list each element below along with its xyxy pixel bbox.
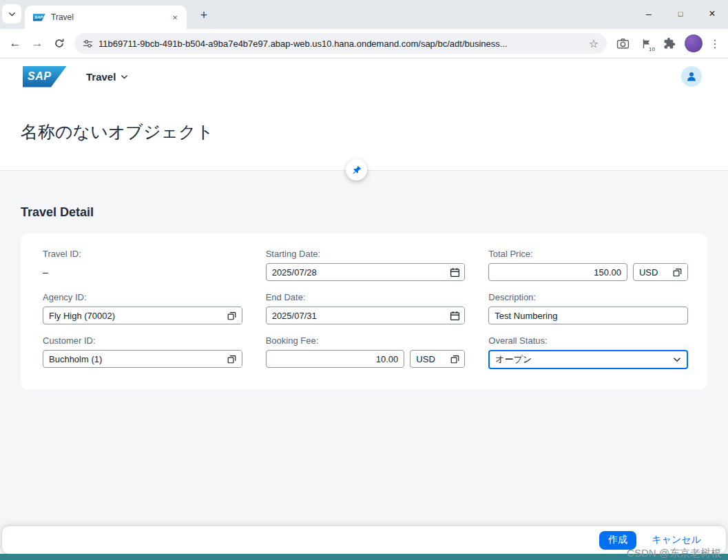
puzzle-icon	[663, 37, 676, 50]
field-travel-id: Travel ID: –	[43, 249, 242, 281]
end-date-input[interactable]	[266, 307, 466, 324]
total-price-label: Total Price:	[488, 249, 688, 259]
value-help-icon[interactable]	[222, 351, 242, 367]
booking-fee-input[interactable]	[266, 350, 405, 368]
reload-button[interactable]	[48, 32, 70, 54]
person-icon	[686, 71, 697, 82]
customer-id-label: Customer ID:	[43, 335, 242, 346]
total-price-input[interactable]	[488, 263, 627, 281]
booking-fee-label: Booking Fee:	[266, 335, 466, 346]
field-end-date: End Date:	[266, 292, 466, 324]
tab-close-button[interactable]: ×	[169, 11, 181, 23]
agency-id-input[interactable]	[43, 307, 242, 324]
end-date-label: End Date:	[266, 292, 466, 302]
camera-icon	[616, 37, 630, 50]
watermark: CSDN @东京老树根	[627, 547, 721, 560]
starting-date-label: Starting Date:	[266, 249, 466, 259]
customer-id-input[interactable]	[43, 350, 242, 368]
window-controls: – □ ×	[633, 0, 728, 28]
browser-tab-strip: SAP Travel × + – □ ×	[0, 0, 728, 29]
value-help-icon[interactable]	[222, 307, 242, 324]
url-bar[interactable]: 11b69711-9bcb-491b-b504-a9ba7e4b7e97.aba…	[74, 33, 607, 54]
field-booking-fee: Booking Fee:	[266, 335, 466, 369]
app-title-menu[interactable]: Travel	[86, 71, 128, 83]
browser-tab[interactable]: SAP Travel ×	[25, 6, 187, 29]
flag-extension-button[interactable]: 10	[634, 32, 658, 54]
app-title-label: Travel	[86, 71, 116, 83]
page-header: 名称のないオブジェクト	[0, 94, 728, 170]
minimize-button[interactable]: –	[633, 0, 665, 28]
site-settings-icon[interactable]	[83, 39, 93, 49]
calendar-icon[interactable]	[445, 307, 464, 324]
sap-favicon-icon: SAP	[33, 14, 45, 21]
field-agency-id: Agency ID:	[43, 292, 242, 324]
chevron-down-icon	[8, 10, 16, 18]
back-button[interactable]: ←	[4, 32, 26, 54]
screenshot-camera-button[interactable]	[611, 32, 634, 54]
travel-id-label: Travel ID:	[43, 249, 242, 259]
new-tab-button[interactable]: +	[196, 7, 212, 23]
cancel-button[interactable]: キャンセル	[647, 533, 705, 547]
bookmark-star-icon[interactable]: ☆	[589, 37, 599, 50]
field-overall-status: Overall Status: オープン	[488, 335, 688, 369]
reload-icon	[54, 38, 65, 49]
chevron-down-icon	[121, 73, 128, 81]
description-label: Description:	[488, 292, 688, 302]
close-button[interactable]: ×	[696, 0, 728, 28]
status-strip	[0, 554, 728, 560]
description-input[interactable]	[488, 307, 688, 324]
sap-logo[interactable]: SAP	[23, 66, 67, 87]
section-title: Travel Detail	[21, 205, 707, 220]
value-help-icon[interactable]	[668, 264, 687, 280]
travel-detail-card: Travel ID: – Starting Date: Total Price:	[21, 234, 707, 390]
pin-header-button[interactable]	[346, 159, 367, 180]
shell-bar: SAP Travel	[0, 59, 728, 94]
starting-date-input[interactable]	[266, 263, 466, 281]
user-avatar-button[interactable]	[681, 66, 702, 87]
chevron-down-icon	[673, 355, 681, 364]
calendar-icon[interactable]	[445, 264, 464, 280]
travel-id-value: –	[43, 263, 242, 281]
flag-badge: 10	[649, 46, 655, 52]
field-total-price: Total Price:	[488, 249, 688, 281]
sap-app-viewport: SAP Travel 名称のないオブジェクト Travel Detail Tra…	[0, 59, 728, 560]
forward-button[interactable]: →	[26, 32, 48, 54]
browser-toolbar: ← → 11b69711-9bcb-491b-b504-a9ba7e4b7e97…	[0, 29, 728, 59]
page-title: 名称のないオブジェクト	[0, 94, 728, 143]
field-starting-date: Starting Date:	[266, 249, 466, 281]
extensions-button[interactable]	[658, 32, 681, 54]
agency-id-label: Agency ID:	[43, 292, 242, 302]
object-page-content: Travel Detail Travel ID: – Starting Date…	[0, 170, 728, 560]
pin-icon	[351, 165, 362, 176]
overall-status-select[interactable]: オープン	[488, 350, 688, 369]
overall-status-value: オープン	[495, 353, 532, 366]
tab-title: Travel	[51, 12, 163, 22]
browser-profile-avatar[interactable]	[685, 34, 703, 52]
footer-toolbar: 作成 キャンセル	[2, 526, 726, 554]
browser-menu-button[interactable]: ⋮	[706, 32, 724, 54]
maximize-button[interactable]: □	[665, 0, 696, 28]
url-text[interactable]: 11b69711-9bcb-491b-b504-a9ba7e4b7e97.aba…	[98, 39, 583, 49]
field-description: Description:	[488, 292, 688, 324]
overall-status-label: Overall Status:	[488, 335, 688, 346]
travel-detail-form: Travel ID: – Starting Date: Total Price:	[43, 249, 688, 369]
tab-search-button[interactable]	[2, 4, 21, 23]
field-customer-id: Customer ID:	[43, 335, 242, 369]
value-help-icon[interactable]	[445, 351, 464, 367]
